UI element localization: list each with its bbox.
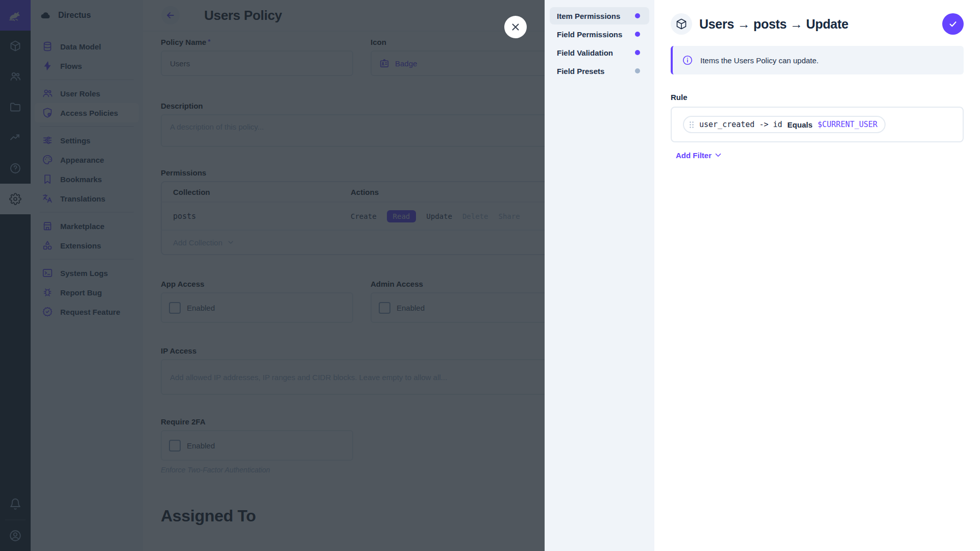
tab-field-permissions[interactable]: Field Permissions xyxy=(550,26,649,43)
chevron-down-icon xyxy=(714,151,723,160)
close-drawer-button[interactable] xyxy=(504,16,527,38)
filter-value[interactable]: $CURRENT_USER xyxy=(818,120,877,129)
add-filter-button[interactable]: Add Filter xyxy=(676,151,723,160)
drawer-content: Users → posts → Update Items the Users P… xyxy=(654,0,980,551)
tab-item-permissions[interactable]: Item Permissions xyxy=(550,7,649,24)
status-dot xyxy=(635,13,640,18)
filter-row[interactable]: user_created -> id Equals $CURRENT_USER xyxy=(683,116,886,133)
status-dot xyxy=(635,68,640,73)
info-icon xyxy=(682,55,693,66)
notice-text: Items the Users Policy can update. xyxy=(700,56,819,65)
tab-field-validation[interactable]: Field Validation xyxy=(550,44,649,61)
rule-box: user_created -> id Equals $CURRENT_USER xyxy=(671,107,964,142)
permission-drawer: Item Permissions Field Permissions Field… xyxy=(545,0,980,551)
save-button[interactable] xyxy=(942,13,964,35)
drawer-title: Users → posts → Update xyxy=(699,17,848,32)
directus-app: Directus Data Model Flows User Roles Acc… xyxy=(0,0,980,551)
filter-operator[interactable]: Equals xyxy=(788,120,813,129)
drag-handle-icon[interactable] xyxy=(689,121,694,129)
drawer-nav: Item Permissions Field Permissions Field… xyxy=(545,0,654,551)
check-icon xyxy=(948,19,958,29)
tab-field-presets[interactable]: Field Presets xyxy=(550,62,649,80)
info-notice: Items the Users Policy can update. xyxy=(671,46,964,74)
cube-icon xyxy=(671,13,692,35)
status-dot xyxy=(635,32,640,37)
close-icon xyxy=(510,21,521,33)
status-dot xyxy=(635,50,640,55)
filter-field[interactable]: user_created -> id xyxy=(699,120,782,129)
drawer-header: Users → posts → Update xyxy=(671,0,964,35)
rule-label: Rule xyxy=(671,93,964,102)
